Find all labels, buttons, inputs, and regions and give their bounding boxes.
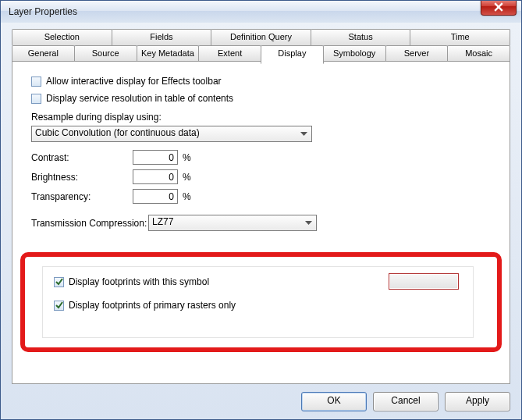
transparency-label: Transparency: — [31, 191, 133, 202]
svc-resolution-row: Display service resolution in table of c… — [31, 93, 491, 104]
cancel-button[interactable]: Cancel — [373, 392, 439, 411]
client-area: SelectionFieldsDefinition QueryStatusTim… — [1, 23, 521, 419]
brightness-unit: % — [178, 172, 194, 183]
transparency-input[interactable] — [133, 189, 178, 204]
footprints-primary-checkbox[interactable] — [54, 301, 64, 311]
window-title: Layer Properties — [1, 6, 77, 17]
contrast-label: Contrast: — [31, 152, 133, 163]
resample-select-wrap: Cubic Convolution (for continuous data) — [31, 126, 312, 142]
allow-interactive-label: Allow interactive display for Effects to… — [46, 76, 222, 87]
close-button[interactable] — [481, 0, 517, 16]
resample-select[interactable]: Cubic Convolution (for continuous data) — [31, 126, 312, 142]
allow-interactive-checkbox[interactable] — [31, 77, 41, 87]
footprints-symbol-checkbox[interactable] — [54, 277, 64, 287]
tab-display[interactable]: Display — [261, 45, 324, 64]
apply-button[interactable]: Apply — [445, 392, 510, 411]
ok-button[interactable]: OK — [301, 392, 367, 411]
contrast-input[interactable] — [133, 150, 178, 165]
tab-selection[interactable]: Selection — [12, 29, 112, 45]
transmission-select-value: LZ77 — [152, 216, 173, 227]
tab-control: SelectionFieldsDefinition QueryStatusTim… — [12, 29, 510, 384]
tab-fields[interactable]: Fields — [112, 29, 212, 45]
svc-resolution-checkbox[interactable] — [31, 94, 41, 104]
tab-symbology[interactable]: Symbology — [323, 45, 386, 62]
transmission-label: Transmission Compression: — [31, 218, 148, 229]
footprints-group: Display footprints with this symbol Disp… — [42, 266, 474, 338]
tab-extent[interactable]: Extent — [198, 45, 261, 62]
brightness-label: Brightness: — [31, 172, 133, 183]
svc-resolution-label: Display service resolution in table of c… — [46, 93, 233, 104]
tab-server-functions[interactable]: Server Functions — [385, 45, 449, 62]
transmission-select[interactable]: LZ77 — [148, 215, 317, 231]
title-bar: Layer Properties — [1, 1, 521, 23]
tab-panel-display: Allow interactive display for Effects to… — [12, 61, 510, 384]
contrast-unit: % — [178, 152, 194, 163]
tab-key-metadata[interactable]: Key Metadata — [137, 45, 200, 62]
tab-general[interactable]: General — [12, 45, 75, 62]
footprints-primary-row: Display footprints of primary rasters on… — [54, 300, 462, 311]
tab-definition-query[interactable]: Definition Query — [211, 29, 311, 45]
resample-select-value: Cubic Convolution (for continuous data) — [35, 127, 200, 138]
footprints-symbol-label: Display footprints with this symbol — [69, 276, 209, 287]
dialog-buttons: OK Cancel Apply — [301, 392, 510, 411]
tab-status[interactable]: Status — [311, 29, 411, 45]
allow-interactive-row: Allow interactive display for Effects to… — [31, 76, 491, 87]
resample-label: Resample during display using: — [31, 112, 491, 123]
transparency-unit: % — [178, 191, 194, 202]
footprints-primary-label: Display footprints of primary rasters on… — [69, 300, 236, 311]
close-icon — [494, 2, 503, 12]
tab-time[interactable]: Time — [410, 29, 510, 45]
symbol-preview-button[interactable] — [389, 273, 459, 290]
tab-source[interactable]: Source — [74, 45, 137, 62]
tab-mosaic[interactable]: Mosaic — [447, 45, 510, 62]
brightness-input[interactable] — [133, 169, 178, 184]
